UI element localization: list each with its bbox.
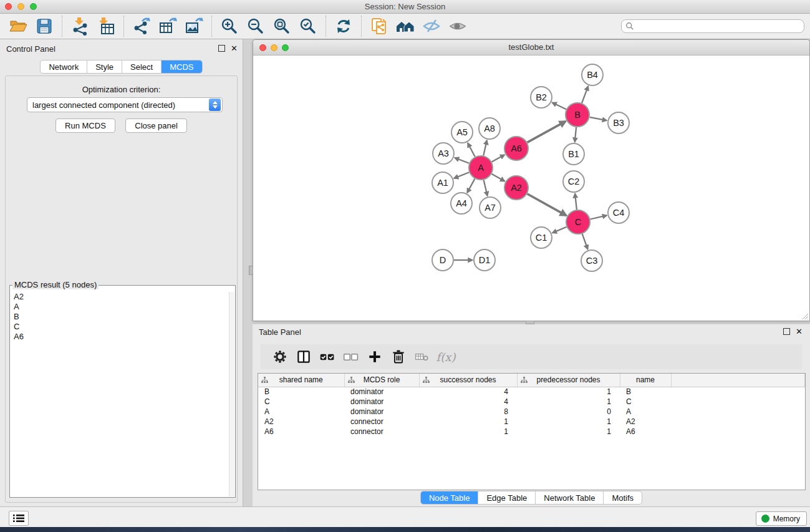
graph-edge[interactable] xyxy=(582,86,588,103)
graph-node[interactable]: A8 xyxy=(479,118,500,139)
table-cell[interactable]: A6 xyxy=(258,427,344,437)
graph-node[interactable]: A5 xyxy=(451,122,473,143)
graph-node[interactable]: A xyxy=(469,156,493,180)
table-cell[interactable]: 1 xyxy=(517,427,620,437)
table-cell[interactable]: A2 xyxy=(258,417,344,427)
zoom-out-icon[interactable] xyxy=(244,16,267,37)
graph-node[interactable]: B4 xyxy=(582,64,603,85)
graph-node[interactable]: A4 xyxy=(451,193,472,214)
settings-icon[interactable] xyxy=(271,347,289,366)
refresh-icon[interactable] xyxy=(332,16,355,37)
result-item[interactable]: A xyxy=(11,302,228,312)
close-panel-icon[interactable]: ✕ xyxy=(231,45,238,52)
table-cell[interactable]: 1 xyxy=(419,427,517,437)
column-header-shared-name[interactable]: shared name xyxy=(258,374,344,387)
table-cell[interactable]: 1 xyxy=(517,397,620,407)
search-input[interactable] xyxy=(634,21,804,32)
memory-button[interactable]: Memory xyxy=(756,511,807,526)
result-item[interactable]: B xyxy=(11,312,228,322)
graph-edge[interactable] xyxy=(528,194,567,216)
save-session-icon[interactable] xyxy=(33,16,55,37)
table-cell[interactable]: 1 xyxy=(517,417,620,427)
export-network-icon[interactable] xyxy=(130,16,153,37)
table-cell[interactable]: 4 xyxy=(419,397,517,407)
tab-select[interactable]: Select xyxy=(122,60,162,73)
table-tab-edge-table[interactable]: Edge Table xyxy=(478,491,536,504)
graph-node[interactable]: C3 xyxy=(581,250,602,271)
zoom-in-icon[interactable] xyxy=(218,16,241,37)
select-all-rows-icon[interactable] xyxy=(318,347,337,366)
table-cell[interactable]: 1 xyxy=(419,417,517,427)
graph-edge[interactable] xyxy=(575,127,576,142)
graph-node[interactable]: B3 xyxy=(608,112,629,133)
export-image-icon[interactable] xyxy=(183,16,205,37)
network-window-titlebar[interactable]: testGlobe.txt xyxy=(253,40,809,56)
graph-node[interactable]: D xyxy=(432,249,453,271)
network-graph[interactable]: B4B2BB3A8A5A6A3B1AC2A1A2A4A7C4CC1C3DD1 xyxy=(253,56,809,321)
graph-node[interactable]: A2 xyxy=(504,176,528,200)
graph-node[interactable]: C4 xyxy=(608,202,629,223)
table-cell[interactable]: dominator xyxy=(344,407,419,417)
close-table-panel-icon[interactable]: ✕ xyxy=(796,328,803,335)
task-history-button[interactable] xyxy=(9,511,29,526)
show-all-icon[interactable] xyxy=(446,16,469,37)
column-header-predecessor-nodes[interactable]: predecessor nodes xyxy=(517,374,620,387)
table-row[interactable]: Cdominator41C xyxy=(258,397,805,407)
export-table-icon[interactable] xyxy=(157,16,179,37)
deselect-all-rows-icon[interactable] xyxy=(342,347,360,366)
graph-edge[interactable] xyxy=(454,172,469,178)
graph-edge[interactable] xyxy=(484,180,488,196)
table-cell[interactable]: A xyxy=(620,407,671,417)
resize-grip[interactable] xyxy=(801,312,809,320)
graph-node[interactable]: B xyxy=(566,103,589,127)
show-column-panel-icon[interactable] xyxy=(294,347,313,366)
table-cell[interactable]: A6 xyxy=(620,427,671,437)
graph-node[interactable]: A3 xyxy=(433,143,454,164)
result-item[interactable]: A2 xyxy=(11,292,228,302)
graph-edge[interactable] xyxy=(575,193,577,210)
table-row[interactable]: Bdominator41B xyxy=(258,387,805,397)
home-icon[interactable] xyxy=(394,16,417,37)
graph-edge[interactable] xyxy=(483,140,487,156)
graph-edge[interactable] xyxy=(582,234,588,249)
table-tab-network-table[interactable]: Network Table xyxy=(536,491,604,504)
graph-edge[interactable] xyxy=(552,227,567,233)
table-row[interactable]: A6connector11A6 xyxy=(258,427,805,437)
graph-edge[interactable] xyxy=(590,117,607,120)
hide-selected-icon[interactable] xyxy=(420,16,443,37)
table-cell[interactable]: C xyxy=(258,397,344,407)
graph-node[interactable]: A7 xyxy=(480,197,501,218)
result-scrollbar[interactable] xyxy=(229,292,234,496)
table-tab-node-table[interactable]: Node Table xyxy=(421,491,479,504)
table-cell[interactable]: C xyxy=(620,397,671,407)
table-cell[interactable]: B xyxy=(258,387,344,397)
table-cell[interactable]: A xyxy=(258,407,344,417)
graph-edge[interactable] xyxy=(468,143,475,157)
open-file-icon[interactable] xyxy=(7,16,29,37)
graph-node[interactable]: C1 xyxy=(531,227,552,248)
result-item[interactable]: C xyxy=(11,322,228,332)
graph-node[interactable]: B2 xyxy=(531,87,552,108)
table-cell[interactable]: dominator xyxy=(344,387,419,397)
graph-node[interactable]: B1 xyxy=(563,143,584,165)
graph-edge[interactable] xyxy=(467,179,475,193)
search-field[interactable] xyxy=(621,19,804,33)
table-cell[interactable]: connector xyxy=(344,427,419,437)
table-cell[interactable]: dominator xyxy=(344,397,419,407)
table-cell[interactable]: 4 xyxy=(419,387,517,397)
network-canvas[interactable]: B4B2BB3A8A5A6A3B1AC2A1A2A4A7C4CC1C3DD1 xyxy=(253,56,809,321)
graph-edge[interactable] xyxy=(591,215,607,219)
graph-edge[interactable] xyxy=(528,121,566,142)
delete-column-icon[interactable] xyxy=(389,347,408,366)
column-header-successor-nodes[interactable]: successor nodes xyxy=(419,374,517,387)
table-tab-motifs[interactable]: Motifs xyxy=(604,491,642,504)
column-header-name[interactable]: name xyxy=(620,374,671,387)
left-scrollbar-stub[interactable] xyxy=(249,266,253,275)
zoom-selected-icon[interactable] xyxy=(297,16,319,37)
tab-network[interactable]: Network xyxy=(41,60,87,73)
float-table-panel-icon[interactable] xyxy=(783,328,790,335)
table-cell[interactable]: B xyxy=(620,387,671,397)
table-row[interactable]: A2connector11A2 xyxy=(258,417,805,427)
add-column-icon[interactable] xyxy=(365,347,384,366)
tab-style[interactable]: Style xyxy=(87,60,122,73)
